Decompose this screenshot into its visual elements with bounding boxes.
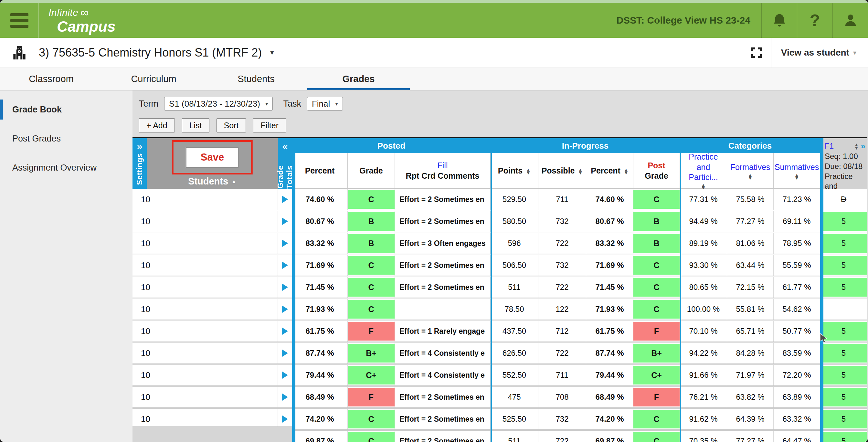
- col-summatives[interactable]: Summatives▲▼: [774, 153, 820, 189]
- post-link[interactable]: Post: [648, 161, 665, 170]
- student-cell[interactable]: 10: [132, 211, 278, 232]
- student-expand-arrow[interactable]: [278, 189, 292, 210]
- student-expand-arrow[interactable]: [278, 233, 292, 254]
- assignment-score-cell[interactable]: D: [820, 189, 867, 210]
- posted-grade-cell[interactable]: B: [348, 233, 395, 254]
- assignment-score-cell[interactable]: 5: [820, 233, 867, 254]
- assignment-score-cell[interactable]: 5: [820, 277, 867, 297]
- col-formatives[interactable]: Formatives▲▼: [727, 153, 774, 189]
- post-grade-cell[interactable]: B: [633, 211, 680, 232]
- horizontal-scrollbar[interactable]: [132, 427, 295, 442]
- post-grade-cell[interactable]: F: [633, 321, 680, 342]
- posted-grade-cell[interactable]: C: [348, 299, 395, 320]
- post-grade-cell[interactable]: B+: [633, 343, 680, 364]
- help-icon[interactable]: ?: [797, 3, 833, 38]
- comment-cell[interactable]: Effort = 2 Sometimes en: [395, 277, 491, 297]
- assignment-score-cell[interactable]: 5: [820, 365, 867, 385]
- notifications-bell-icon[interactable]: [762, 3, 797, 38]
- posted-grade-cell[interactable]: C+: [348, 365, 395, 385]
- sort-icon[interactable]: ▲▼: [794, 173, 799, 180]
- assignment-f1-header[interactable]: F1 ▲▼ » Seq: 1.00 Due: 08/18 Practice an…: [820, 138, 867, 189]
- posted-grade-cell[interactable]: C: [348, 409, 395, 430]
- sidebar-item-grade-book[interactable]: Grade Book: [0, 99, 132, 120]
- col-points[interactable]: Points▲▼: [491, 153, 538, 189]
- assignment-score-cell[interactable]: 5: [820, 431, 867, 442]
- comment-cell[interactable]: Effort = 2 Sometimes en: [395, 409, 491, 430]
- student-cell[interactable]: 10: [132, 255, 278, 276]
- student-cell[interactable]: 10: [132, 365, 278, 385]
- assignment-score-cell[interactable]: 5: [820, 387, 867, 407]
- student-expand-arrow[interactable]: [278, 211, 292, 232]
- filter-button[interactable]: Filter: [253, 118, 286, 132]
- tab-classroom[interactable]: Classroom: [0, 68, 102, 90]
- assignment-link[interactable]: F1: [825, 141, 834, 151]
- student-expand-arrow[interactable]: [278, 365, 292, 385]
- post-grade-cell[interactable]: C: [633, 431, 680, 442]
- view-as-student-control[interactable]: View as student ▾: [771, 38, 868, 67]
- sort-icon[interactable]: ▲▼: [854, 143, 859, 149]
- assignment-score-cell[interactable]: [820, 299, 867, 320]
- student-expand-arrow[interactable]: [278, 277, 292, 297]
- student-expand-arrow[interactable]: [278, 387, 292, 407]
- col-possible[interactable]: Possible▲▼: [538, 153, 586, 189]
- assignment-score-cell[interactable]: 5: [820, 255, 867, 276]
- course-title[interactable]: 3) 75635-5 Chemistry Honors S1 (MTRF 2): [39, 46, 262, 59]
- student-cell[interactable]: 10: [132, 277, 278, 297]
- tab-students[interactable]: Students: [205, 68, 307, 90]
- sidebar-item-post-grades[interactable]: Post Grades: [0, 129, 132, 149]
- comment-cell[interactable]: Effort = 2 Sometimes en: [395, 255, 491, 276]
- sort-icon[interactable]: ▲▼: [748, 173, 753, 180]
- hamburger-menu-icon[interactable]: [0, 3, 39, 38]
- comment-cell[interactable]: Effort = 2 Sometimes en: [395, 431, 491, 442]
- col-inprogress-percent[interactable]: Percent▲▼: [586, 153, 633, 189]
- students-sort-header[interactable]: Students▲: [147, 176, 278, 187]
- course-dropdown-caret-icon[interactable]: ▾: [270, 49, 274, 57]
- add-button[interactable]: + Add: [139, 118, 175, 132]
- col-post-grade[interactable]: Post Grade: [633, 153, 680, 189]
- comment-cell[interactable]: Effort = 3 Often engages: [395, 233, 491, 254]
- assignment-score-cell[interactable]: 5: [820, 409, 867, 430]
- post-grade-cell[interactable]: C+: [633, 365, 680, 385]
- posted-grade-cell[interactable]: C: [348, 431, 395, 442]
- sort-button[interactable]: Sort: [217, 118, 246, 132]
- sort-icon[interactable]: ▲▼: [624, 168, 628, 175]
- student-expand-arrow[interactable]: [278, 255, 292, 276]
- grade-totals-panel-toggle[interactable]: « Grade Totals: [278, 138, 292, 189]
- comment-cell[interactable]: Effort = 4 Consistently e: [395, 365, 491, 385]
- student-cell[interactable]: 10: [132, 299, 278, 320]
- user-account-icon[interactable]: [833, 3, 868, 38]
- school-building-icon[interactable]: [0, 43, 39, 62]
- expand-right-icon[interactable]: »: [861, 141, 865, 152]
- comment-cell[interactable]: Effort = 1 Rarely engage: [395, 321, 491, 342]
- col-practice-participation[interactable]: Practice and Partici...▲▼: [680, 153, 727, 189]
- term-select[interactable]: S1 (08/13/23 - 12/30/23)▾: [164, 97, 273, 110]
- comment-cell[interactable]: Effort = 2 Sometimes en: [395, 387, 491, 407]
- post-grade-cell[interactable]: C: [633, 189, 680, 210]
- tab-grades[interactable]: Grades: [307, 68, 410, 90]
- comment-cell[interactable]: Effort = 2 Sometimes en: [395, 189, 491, 210]
- sort-icon[interactable]: ▲▼: [526, 168, 531, 175]
- comment-cell[interactable]: [395, 299, 491, 320]
- post-grade-cell[interactable]: C: [633, 277, 680, 297]
- student-expand-arrow[interactable]: [278, 321, 292, 342]
- posted-grade-cell[interactable]: C: [348, 189, 395, 210]
- student-cell[interactable]: 10: [132, 189, 278, 210]
- student-cell[interactable]: 10: [132, 233, 278, 254]
- assignment-score-cell[interactable]: 5: [820, 343, 867, 364]
- posted-grade-cell[interactable]: F: [348, 321, 395, 342]
- posted-grade-cell[interactable]: B: [348, 211, 395, 232]
- sidebar-item-assignment-overview[interactable]: Assignment Overview: [0, 158, 132, 178]
- student-cell[interactable]: 10: [132, 343, 278, 364]
- posted-grade-cell[interactable]: F: [348, 387, 395, 407]
- post-grade-cell[interactable]: C: [633, 255, 680, 276]
- fill-link[interactable]: Fill: [438, 161, 448, 170]
- settings-panel-toggle[interactable]: » Settings: [132, 138, 147, 189]
- posted-grade-cell[interactable]: B+: [348, 343, 395, 364]
- tab-curriculum[interactable]: Curriculum: [102, 68, 205, 90]
- student-expand-arrow[interactable]: [278, 299, 292, 320]
- posted-grade-cell[interactable]: C: [348, 255, 395, 276]
- post-grade-cell[interactable]: C: [633, 409, 680, 430]
- sort-icon[interactable]: ▲▼: [578, 168, 583, 175]
- task-select[interactable]: Final▾: [307, 97, 343, 110]
- student-cell[interactable]: 10: [132, 321, 278, 342]
